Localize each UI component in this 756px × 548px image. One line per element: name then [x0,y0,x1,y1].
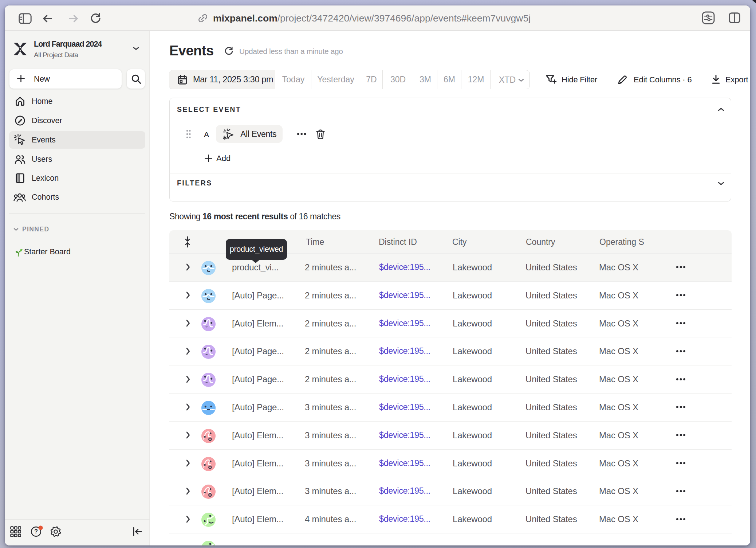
svg-text:?: ? [34,528,38,535]
